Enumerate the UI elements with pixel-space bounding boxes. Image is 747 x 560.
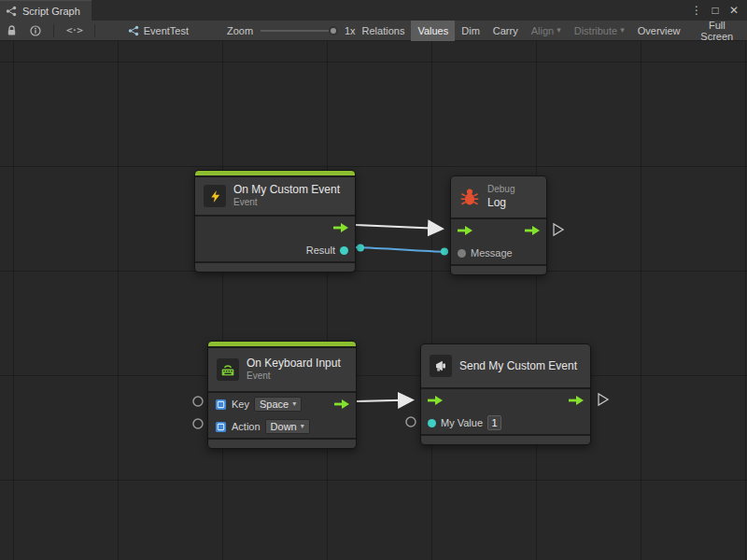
align-label: Align (531, 25, 554, 36)
info-icon (30, 25, 41, 36)
wire-endpoint-dot (441, 248, 448, 256)
titlebar: Script Graph ⋮ □ ✕ (0, 0, 747, 21)
node-title: Log (487, 196, 514, 210)
overview-button[interactable]: Overview (631, 21, 687, 41)
control-output-port[interactable] (569, 396, 584, 405)
control-wire-keyboard-to-send[interactable] (357, 400, 412, 402)
my-value-label: My Value (441, 417, 483, 428)
window-close-button[interactable]: ✕ (726, 4, 741, 17)
lock-button[interactable] (0, 21, 23, 41)
port-row: Message (451, 242, 546, 264)
key-input-port[interactable] (193, 397, 203, 406)
zoom-value: 1x (345, 25, 356, 36)
fullscreen-button[interactable]: Full Screen (687, 21, 747, 41)
node-subtitle: Event (233, 197, 340, 209)
zoom-slider[interactable] (261, 30, 335, 32)
node-header[interactable]: Send My Custom Event (421, 344, 590, 387)
node-footer (208, 440, 356, 448)
key-label: Key (232, 399, 249, 410)
keycode-icon (215, 399, 227, 411)
values-button[interactable]: Values (411, 21, 455, 41)
node-on-keyboard-input[interactable]: On Keyboard Input Event Key Space ▾ (207, 341, 357, 449)
node-footer (451, 266, 546, 274)
port-row: Key Space ▾ (208, 393, 356, 415)
action-icon (215, 421, 227, 433)
my-value-port[interactable] (428, 419, 436, 427)
my-value-input-port[interactable] (406, 417, 416, 427)
align-button[interactable]: Align ▾ (525, 21, 568, 41)
toolbar-divider (53, 24, 54, 37)
port-row (421, 389, 590, 412)
caret-down-icon: ▾ (292, 400, 296, 408)
graph-icon (6, 6, 17, 17)
control-output-port[interactable] (525, 226, 540, 235)
toolbar: <·> EventTest Zoom 1x Relations Values D… (0, 21, 747, 41)
keyboard-icon (217, 358, 239, 381)
window-menu-button[interactable]: ⋮ (689, 4, 704, 17)
node-title: On My Custom Event (233, 183, 340, 197)
action-value: Down (271, 421, 297, 432)
tab-title: Script Graph (22, 6, 80, 17)
message-label: Message (471, 247, 513, 259)
wire-endpoint-dot (357, 245, 364, 252)
node-subtitle: Event (247, 371, 341, 383)
result-output-port[interactable] (340, 246, 348, 255)
graph-icon (128, 25, 139, 36)
event-accent-bar (208, 342, 356, 346)
node-debug-log[interactable]: Debug Log Message (450, 175, 547, 275)
zoom-label: Zoom (227, 25, 253, 36)
node-footer (195, 263, 355, 272)
control-output-port[interactable] (334, 399, 349, 409)
node-send-my-custom-event[interactable]: Send My Custom Event My Value (420, 343, 591, 445)
caret-down-icon: ▾ (301, 423, 304, 430)
node-surtitle: Debug (487, 184, 514, 196)
node-body: Message (451, 219, 546, 264)
distribute-button[interactable]: Distribute ▾ (568, 21, 631, 41)
control-output-port[interactable] (333, 223, 348, 232)
action-label: Action (232, 421, 261, 432)
graph-selector[interactable]: EventTest (121, 21, 195, 41)
log-continuation-port[interactable] (554, 224, 563, 235)
caret-down-icon: ▾ (620, 26, 625, 35)
my-value-input[interactable] (487, 415, 501, 430)
window-controls: ⋮ □ ✕ (689, 0, 747, 21)
key-dropdown[interactable]: Space ▾ (254, 397, 302, 412)
control-input-port[interactable] (428, 396, 443, 405)
inspect-button[interactable]: <·> (60, 21, 89, 41)
node-on-my-custom-event[interactable]: On My Custom Event Event Result (194, 170, 356, 273)
message-input-port[interactable] (458, 249, 466, 258)
distribute-label: Distribute (574, 25, 617, 36)
tab-script-graph[interactable]: Script Graph (0, 0, 92, 21)
node-body: Key Space ▾ Action (208, 393, 356, 438)
node-header[interactable]: On Keyboard Input Event (208, 348, 356, 391)
dim-button[interactable]: Dim (455, 21, 486, 41)
node-header[interactable]: On My Custom Event Event (195, 177, 355, 215)
node-footer (421, 436, 590, 444)
wires-layer (0, 41, 747, 560)
window-maximize-button[interactable]: □ (708, 4, 723, 17)
value-wire-result-to-message[interactable] (356, 247, 448, 252)
send-continuation-port[interactable] (599, 394, 608, 405)
zoom-slider-handle[interactable] (329, 26, 338, 35)
action-dropdown[interactable]: Down ▾ (265, 419, 310, 434)
port-row: Result (195, 239, 355, 261)
node-title: Send My Custom Event (459, 359, 577, 373)
port-row: Action Down ▾ (208, 415, 356, 438)
port-row (195, 217, 355, 239)
info-button[interactable] (23, 21, 48, 41)
key-value: Space (260, 399, 289, 410)
event-accent-bar (195, 171, 355, 175)
carry-button[interactable]: Carry (486, 21, 525, 41)
control-wire-event-to-log[interactable] (356, 225, 442, 229)
relations-button[interactable]: Relations (356, 21, 412, 41)
send-event-icon (430, 355, 452, 377)
control-input-port[interactable] (458, 226, 472, 235)
node-title: On Keyboard Input (247, 357, 341, 371)
lightning-icon (204, 185, 226, 207)
node-header[interactable]: Debug Log (451, 176, 546, 217)
caret-down-icon: ▾ (557, 26, 561, 35)
action-input-port[interactable] (193, 419, 203, 428)
node-body: My Value (421, 389, 590, 434)
graph-canvas[interactable]: On My Custom Event Event Result (0, 41, 747, 560)
result-label: Result (306, 245, 335, 256)
